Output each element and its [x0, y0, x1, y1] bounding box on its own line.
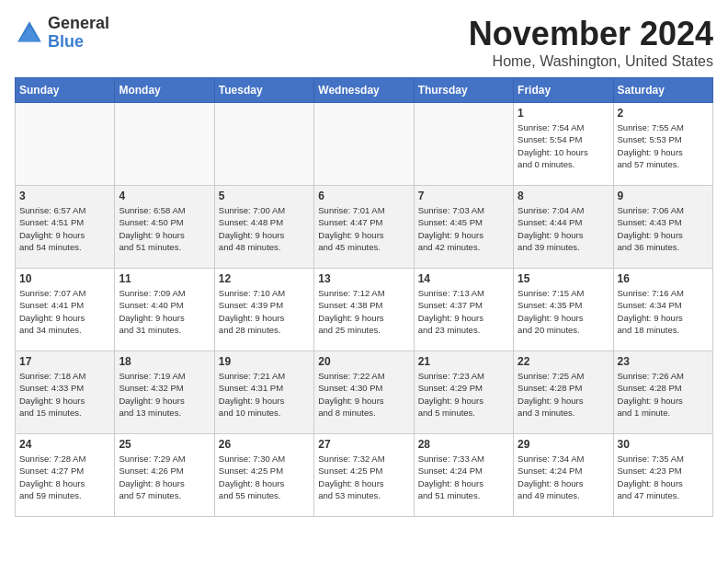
day-number: 1	[518, 107, 609, 120]
weekday-header-row: SundayMondayTuesdayWednesdayThursdayFrid…	[16, 78, 713, 103]
day-info: Sunrise: 7:30 AM Sunset: 4:25 PM Dayligh…	[219, 453, 310, 501]
day-info: Sunrise: 7:13 AM Sunset: 4:37 PM Dayligh…	[418, 287, 509, 336]
calendar: SundayMondayTuesdayWednesdayThursdayFrid…	[15, 77, 713, 517]
calendar-cell: 8Sunrise: 7:04 AM Sunset: 4:44 PM Daylig…	[514, 186, 613, 269]
weekday-header-friday: Friday	[514, 78, 613, 103]
week-row-5: 24Sunrise: 7:28 AM Sunset: 4:27 PM Dayli…	[16, 434, 713, 517]
day-number: 21	[418, 355, 509, 368]
day-info: Sunrise: 7:06 AM Sunset: 4:43 PM Dayligh…	[618, 204, 709, 253]
day-number: 17	[19, 355, 110, 368]
day-info: Sunrise: 7:07 AM Sunset: 4:41 PM Dayligh…	[19, 287, 110, 336]
day-info: Sunrise: 7:21 AM Sunset: 4:31 PM Dayligh…	[219, 370, 310, 419]
day-number: 27	[318, 438, 409, 451]
day-info: Sunrise: 7:23 AM Sunset: 4:29 PM Dayligh…	[418, 370, 509, 419]
weekday-header-tuesday: Tuesday	[214, 78, 313, 103]
calendar-cell: 16Sunrise: 7:16 AM Sunset: 4:34 PM Dayli…	[613, 269, 712, 351]
day-info: Sunrise: 7:32 AM Sunset: 4:25 PM Dayligh…	[318, 453, 409, 501]
day-info: Sunrise: 7:54 AM Sunset: 5:54 PM Dayligh…	[518, 121, 609, 170]
day-info: Sunrise: 7:16 AM Sunset: 4:34 PM Dayligh…	[618, 287, 709, 336]
day-number: 6	[318, 190, 409, 202]
logo-blue: Blue	[48, 33, 109, 52]
day-number: 11	[119, 272, 210, 285]
day-number: 23	[618, 355, 709, 368]
calendar-cell: 6Sunrise: 7:01 AM Sunset: 4:47 PM Daylig…	[314, 186, 414, 269]
calendar-cell	[314, 103, 414, 186]
day-number: 8	[518, 190, 609, 202]
day-number: 7	[418, 190, 509, 202]
calendar-cell: 17Sunrise: 7:18 AM Sunset: 4:33 PM Dayli…	[16, 351, 115, 434]
day-info: Sunrise: 7:55 AM Sunset: 5:53 PM Dayligh…	[618, 121, 709, 170]
weekday-header-saturday: Saturday	[613, 78, 712, 103]
calendar-cell: 26Sunrise: 7:30 AM Sunset: 4:25 PM Dayli…	[214, 434, 313, 517]
weekday-header-sunday: Sunday	[16, 78, 115, 103]
calendar-cell: 24Sunrise: 7:28 AM Sunset: 4:27 PM Dayli…	[16, 434, 115, 517]
day-number: 3	[19, 190, 110, 202]
logo-general: General	[48, 15, 109, 33]
logo-text: General Blue	[48, 15, 109, 52]
day-info: Sunrise: 7:03 AM Sunset: 4:45 PM Dayligh…	[418, 204, 509, 253]
calendar-cell: 2Sunrise: 7:55 AM Sunset: 5:53 PM Daylig…	[613, 103, 712, 186]
day-info: Sunrise: 7:34 AM Sunset: 4:24 PM Dayligh…	[518, 453, 609, 501]
logo: General Blue	[15, 15, 109, 52]
day-info: Sunrise: 7:10 AM Sunset: 4:39 PM Dayligh…	[219, 287, 310, 336]
calendar-cell: 15Sunrise: 7:15 AM Sunset: 4:35 PM Dayli…	[514, 269, 613, 351]
day-info: Sunrise: 7:33 AM Sunset: 4:24 PM Dayligh…	[418, 453, 509, 501]
calendar-cell: 10Sunrise: 7:07 AM Sunset: 4:41 PM Dayli…	[16, 269, 115, 351]
calendar-cell	[115, 103, 214, 186]
calendar-cell: 4Sunrise: 6:58 AM Sunset: 4:50 PM Daylig…	[115, 186, 214, 269]
page-header: General Blue November 2024 Home, Washing…	[15, 15, 713, 70]
day-number: 22	[518, 355, 609, 368]
calendar-cell: 29Sunrise: 7:34 AM Sunset: 4:24 PM Dayli…	[514, 434, 613, 517]
month-title: November 2024	[469, 15, 713, 53]
day-number: 5	[219, 190, 310, 202]
day-number: 26	[219, 438, 310, 451]
calendar-cell: 19Sunrise: 7:21 AM Sunset: 4:31 PM Dayli…	[214, 351, 313, 434]
day-info: Sunrise: 7:12 AM Sunset: 4:38 PM Dayligh…	[318, 287, 409, 336]
day-info: Sunrise: 7:19 AM Sunset: 4:32 PM Dayligh…	[119, 370, 210, 419]
day-info: Sunrise: 7:15 AM Sunset: 4:35 PM Dayligh…	[518, 287, 609, 336]
calendar-cell: 28Sunrise: 7:33 AM Sunset: 4:24 PM Dayli…	[414, 434, 513, 517]
calendar-cell: 23Sunrise: 7:26 AM Sunset: 4:28 PM Dayli…	[613, 351, 712, 434]
calendar-cell: 14Sunrise: 7:13 AM Sunset: 4:37 PM Dayli…	[414, 269, 513, 351]
week-row-3: 10Sunrise: 7:07 AM Sunset: 4:41 PM Dayli…	[16, 269, 713, 351]
day-number: 2	[618, 107, 709, 120]
calendar-cell: 27Sunrise: 7:32 AM Sunset: 4:25 PM Dayli…	[314, 434, 414, 517]
location: Home, Washington, United States	[469, 53, 713, 70]
calendar-cell: 3Sunrise: 6:57 AM Sunset: 4:51 PM Daylig…	[16, 186, 115, 269]
day-info: Sunrise: 7:29 AM Sunset: 4:26 PM Dayligh…	[119, 453, 210, 501]
calendar-cell	[16, 103, 115, 186]
weekday-header-monday: Monday	[115, 78, 214, 103]
day-info: Sunrise: 7:04 AM Sunset: 4:44 PM Dayligh…	[518, 204, 609, 253]
week-row-2: 3Sunrise: 6:57 AM Sunset: 4:51 PM Daylig…	[16, 186, 713, 269]
day-number: 15	[518, 272, 609, 285]
day-number: 10	[19, 272, 110, 285]
calendar-cell: 1Sunrise: 7:54 AM Sunset: 5:54 PM Daylig…	[514, 103, 613, 186]
day-number: 14	[418, 272, 509, 285]
day-number: 19	[219, 355, 310, 368]
day-info: Sunrise: 7:18 AM Sunset: 4:33 PM Dayligh…	[19, 370, 110, 419]
day-number: 28	[418, 438, 509, 451]
svg-marker-1	[19, 26, 40, 42]
day-info: Sunrise: 7:35 AM Sunset: 4:23 PM Dayligh…	[618, 453, 709, 501]
weekday-header-wednesday: Wednesday	[314, 78, 414, 103]
calendar-cell	[214, 103, 313, 186]
day-number: 9	[618, 190, 709, 202]
day-number: 16	[618, 272, 709, 285]
calendar-cell: 20Sunrise: 7:22 AM Sunset: 4:30 PM Dayli…	[314, 351, 414, 434]
calendar-cell: 30Sunrise: 7:35 AM Sunset: 4:23 PM Dayli…	[613, 434, 712, 517]
day-number: 20	[318, 355, 409, 368]
day-info: Sunrise: 6:57 AM Sunset: 4:51 PM Dayligh…	[19, 204, 110, 253]
day-info: Sunrise: 7:01 AM Sunset: 4:47 PM Dayligh…	[318, 204, 409, 253]
calendar-cell: 18Sunrise: 7:19 AM Sunset: 4:32 PM Dayli…	[115, 351, 214, 434]
title-block: November 2024 Home, Washington, United S…	[469, 15, 713, 70]
calendar-cell: 11Sunrise: 7:09 AM Sunset: 4:40 PM Dayli…	[115, 269, 214, 351]
day-info: Sunrise: 7:25 AM Sunset: 4:28 PM Dayligh…	[518, 370, 609, 419]
weekday-header-thursday: Thursday	[414, 78, 513, 103]
calendar-cell: 9Sunrise: 7:06 AM Sunset: 4:43 PM Daylig…	[613, 186, 712, 269]
week-row-1: 1Sunrise: 7:54 AM Sunset: 5:54 PM Daylig…	[16, 103, 713, 186]
logo-icon	[15, 18, 44, 48]
calendar-cell: 7Sunrise: 7:03 AM Sunset: 4:45 PM Daylig…	[414, 186, 513, 269]
calendar-cell: 22Sunrise: 7:25 AM Sunset: 4:28 PM Dayli…	[514, 351, 613, 434]
day-info: Sunrise: 7:26 AM Sunset: 4:28 PM Dayligh…	[618, 370, 709, 419]
week-row-4: 17Sunrise: 7:18 AM Sunset: 4:33 PM Dayli…	[16, 351, 713, 434]
